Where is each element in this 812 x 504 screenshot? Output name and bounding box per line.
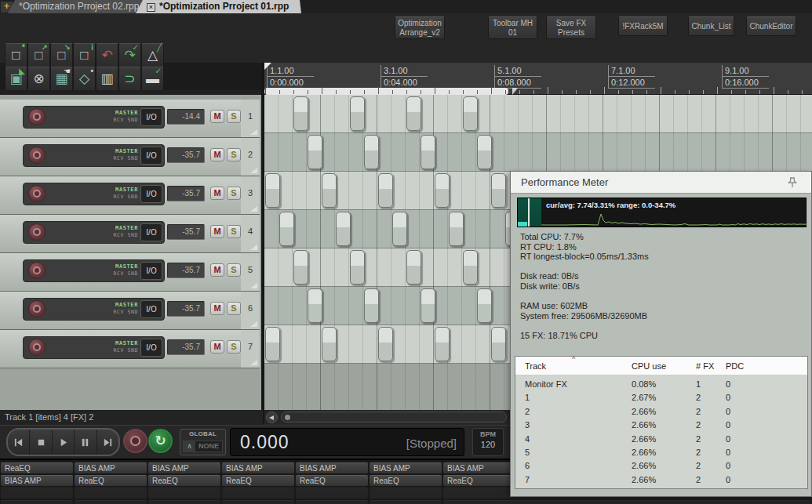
mute-button[interactable]: M (210, 110, 224, 123)
fx-slot-reaeq[interactable]: ReaEQ (1, 462, 73, 473)
horizontal-scrollbar-bottom[interactable] (264, 410, 510, 425)
edit-cursor-flag[interactable] (264, 63, 271, 70)
stop-button[interactable] (30, 430, 52, 455)
media-item[interactable] (406, 250, 421, 285)
pause-button[interactable] (75, 430, 96, 455)
media-item[interactable] (293, 96, 308, 131)
fx-slot-empty[interactable] (148, 488, 220, 499)
new-project-button[interactable]: □* (5, 43, 27, 67)
media-item[interactable] (350, 96, 365, 131)
fx-slot-empty[interactable] (370, 500, 442, 504)
scrollbar-track[interactable] (281, 412, 507, 422)
media-item[interactable] (435, 327, 450, 361)
track-number[interactable]: 4 (241, 215, 260, 252)
column-header-track[interactable]: Track (525, 361, 546, 371)
track-number[interactable]: 3 (241, 176, 260, 214)
fx-slot-bias-amp[interactable]: BIAS AMP (370, 462, 442, 473)
metronome-button[interactable]: △╱ (141, 43, 164, 67)
play-button[interactable] (53, 430, 75, 455)
track-row-2[interactable]: MASTERRCV SNDI/O-35.7MS2 (0, 138, 260, 176)
column-header-cpu-use[interactable]: CPU use (632, 361, 666, 371)
item-properties-button[interactable]: ▦☚ (50, 67, 73, 91)
mute-button[interactable]: M (210, 187, 224, 200)
lock-button[interactable]: ▬✓ (141, 67, 164, 91)
record-button[interactable] (123, 429, 147, 453)
scroll-left-button[interactable] (266, 412, 278, 423)
track-number[interactable]: 7 (241, 330, 260, 368)
global-automation-control[interactable]: GLOBAL AUTO ∧ NONE (180, 429, 226, 455)
fx-slot-empty[interactable] (222, 488, 294, 499)
io-button[interactable]: I/O (140, 147, 162, 165)
repeat-button[interactable]: ↻ (148, 429, 173, 453)
io-button[interactable]: I/O (140, 108, 162, 126)
track-number[interactable]: 2 (241, 138, 260, 176)
envelope-points-button[interactable]: ◇• (73, 67, 96, 91)
table-row[interactable]: Monitor FX0.08%10 (515, 378, 807, 391)
time-display[interactable]: 0.000 [Stopped] (230, 428, 464, 456)
solo-button[interactable]: S (227, 340, 241, 354)
fx-slot-reaeq[interactable]: ReaEQ (370, 475, 442, 486)
media-item[interactable] (265, 327, 280, 361)
bpm-control[interactable]: BPM 120 (472, 428, 504, 456)
fx-slot-empty[interactable] (75, 500, 147, 504)
project-tab-1[interactable]: *Optimization Prroject 02.rpp (8, 0, 158, 13)
horizontal-scrollbar-top[interactable] (264, 88, 508, 95)
track-number[interactable]: 5 (241, 253, 260, 291)
table-row[interactable]: 42.66%20 (515, 433, 807, 446)
io-button[interactable]: I/O (140, 185, 162, 203)
media-item[interactable] (279, 212, 294, 246)
global-auto-caret-button[interactable]: ∧ (184, 441, 195, 451)
record-arm-button[interactable] (28, 185, 46, 202)
fx-cpu-table[interactable]: ^ TrackCPU use# FXPDC Monitor FX0.08%101… (515, 356, 808, 489)
track-lane-1[interactable] (264, 95, 812, 133)
solo-button[interactable]: S (227, 302, 241, 315)
io-button[interactable]: I/O (140, 339, 162, 357)
volume-readout[interactable]: -35.7 (167, 339, 205, 355)
media-item[interactable] (491, 173, 506, 208)
fx-slot-reaeq[interactable]: ReaEQ (148, 475, 220, 486)
fx-slot-empty[interactable] (222, 500, 294, 504)
media-item[interactable] (364, 288, 379, 323)
media-item[interactable] (308, 135, 322, 169)
fx-slot-reaeq[interactable]: ReaEQ (443, 475, 515, 486)
track-resize-grip[interactable] (250, 283, 257, 288)
media-item[interactable] (378, 327, 393, 361)
fx-slot-bias-amp[interactable]: BIAS AMP (75, 462, 147, 473)
column-header-pdc[interactable]: PDC (726, 361, 744, 371)
fx-slot-bias-amp[interactable]: BIAS AMP (443, 462, 515, 473)
volume-readout[interactable]: -35.7 (167, 224, 205, 240)
undo-button[interactable]: ↶ (96, 43, 118, 67)
fx-slot-empty[interactable] (296, 488, 368, 499)
save-fx-presets-button[interactable]: Save FXPresets (546, 16, 596, 39)
io-button[interactable]: I/O (140, 223, 162, 241)
media-item[interactable] (477, 288, 492, 323)
volume-readout[interactable]: -35.7 (167, 263, 205, 278)
solo-button[interactable]: S (227, 148, 241, 161)
project-tab-2[interactable]: ×*Optimization Prroject 01.rpp (136, 0, 301, 13)
fxrack5m-button[interactable]: !FXRack5M (618, 16, 668, 36)
fx-slot-bias-amp[interactable]: BIAS AMP (296, 462, 368, 473)
table-row[interactable]: 52.66%20 (515, 446, 807, 459)
ripple-edit-button[interactable]: ⊃ (118, 67, 141, 91)
mute-button[interactable]: M (210, 302, 224, 315)
fx-slot-reaeq[interactable]: ReaEQ (296, 475, 368, 486)
fx-slot-reaeq[interactable]: ReaEQ (222, 475, 294, 486)
volume-readout[interactable]: -35.7 (167, 301, 205, 317)
group-items-button[interactable]: ▣◣ (5, 67, 27, 91)
track-number[interactable]: 6 (241, 292, 260, 329)
track-lane-2[interactable] (264, 133, 812, 172)
track-resize-grip[interactable] (250, 129, 257, 135)
grid-snap-button[interactable]: ▥ (96, 67, 118, 91)
media-item[interactable] (406, 96, 421, 131)
volume-readout[interactable]: -35.7 (167, 147, 205, 163)
fx-slot-empty[interactable] (296, 500, 368, 504)
solo-button[interactable]: S (227, 110, 241, 123)
fx-slot-empty[interactable] (75, 488, 147, 499)
media-item[interactable] (477, 135, 492, 169)
media-item[interactable] (449, 212, 464, 246)
record-arm-button[interactable] (28, 108, 46, 125)
media-item[interactable] (364, 135, 379, 169)
redo-button[interactable]: ↷✓ (118, 43, 141, 67)
record-arm-button[interactable] (28, 300, 46, 317)
io-button[interactable]: I/O (140, 262, 162, 280)
